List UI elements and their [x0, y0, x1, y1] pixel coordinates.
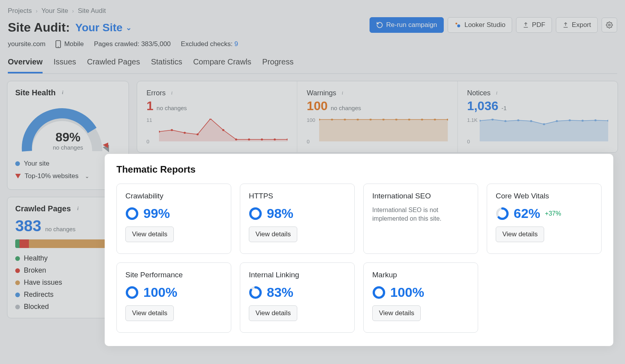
thematic-card-label: Markup — [372, 271, 469, 279]
svg-point-34 — [504, 120, 506, 122]
health-gauge: 89% no changes — [15, 104, 121, 155]
breadcrumb-site-audit[interactable]: Site Audit — [78, 7, 106, 15]
svg-point-15 — [248, 139, 250, 141]
device-label: Mobile — [64, 40, 84, 48]
svg-point-13 — [222, 129, 224, 131]
rerun-campaign-button[interactable]: Re-run campaign — [370, 17, 444, 33]
view-details-button[interactable]: View details — [372, 305, 421, 321]
thematic-card-label: Site Performance — [125, 271, 222, 279]
thematic-card: Site Performance 100%View details — [116, 262, 231, 333]
breadcrumb-your-site[interactable]: Your Site — [41, 7, 68, 15]
view-details-button[interactable]: View details — [125, 305, 174, 321]
health-delta: no changes — [15, 144, 121, 151]
thematic-card-label: HTTPS — [249, 192, 346, 200]
thematic-card-percent: 100% — [390, 285, 424, 300]
info-icon[interactable]: i — [59, 90, 66, 96]
chevron-right-icon: › — [72, 8, 74, 14]
thematic-card: Core Web Vitals 62%+37%View details — [487, 184, 602, 254]
thematic-reports-panel: Thematic Reports Crawlability 99%View de… — [105, 154, 613, 346]
crawled-pages-value: 383 — [15, 217, 41, 235]
view-details-button[interactable]: View details — [125, 227, 174, 242]
tab-progress[interactable]: Progress — [262, 57, 293, 73]
view-details-button[interactable]: View details — [496, 227, 544, 242]
excluded-count-link[interactable]: 9 — [234, 40, 238, 48]
looker-label: Looker Studio — [464, 21, 505, 29]
donut-icon — [496, 207, 509, 220]
tab-compare-crawls[interactable]: Compare Crawls — [193, 57, 251, 73]
crawled-pages-title: Crawled Pages — [15, 204, 71, 213]
breadcrumb: Projects › Your Site › Site Audit — [8, 7, 617, 15]
crawled-pages-delta: no changes — [45, 226, 76, 232]
svg-point-35 — [517, 120, 519, 121]
svg-point-9 — [171, 129, 173, 131]
thematic-card-percent: 100% — [143, 285, 177, 300]
tab-issues[interactable]: Issues — [54, 57, 76, 73]
refresh-icon — [376, 21, 383, 29]
dot-icon — [15, 161, 20, 166]
site-name: Your Site — [75, 21, 123, 34]
svg-point-37 — [543, 123, 545, 125]
thematic-title: Thematic Reports — [116, 164, 602, 175]
svg-point-0 — [455, 23, 457, 25]
looker-studio-button[interactable]: Looker Studio — [448, 17, 512, 33]
breadcrumb-projects[interactable]: Projects — [8, 7, 32, 15]
thematic-card-percent: 83% — [267, 285, 293, 300]
notices-column[interactable]: Noticesi 1,036-1 1.1K 0 — [458, 81, 618, 152]
info-icon[interactable]: i — [75, 206, 81, 212]
thematic-card-percent: 99% — [143, 206, 170, 221]
info-icon[interactable]: i — [169, 90, 175, 96]
svg-marker-31 — [480, 120, 608, 141]
export-label: Export — [572, 21, 591, 29]
thematic-card-percent: 62% — [514, 206, 540, 221]
gear-icon — [606, 21, 613, 29]
svg-point-44 — [127, 208, 137, 218]
page-stat-label: Redirects — [24, 291, 54, 299]
thematic-card: HTTPS 98%View details — [240, 184, 355, 254]
errors-column[interactable]: Errorsi 1no changes 11 0 — [137, 81, 297, 152]
svg-marker-19 — [319, 120, 448, 141]
upload-icon — [562, 22, 569, 28]
notices-value: 1,036 — [467, 99, 498, 113]
warnings-delta: no changes — [331, 105, 361, 111]
pdf-label: PDF — [532, 21, 545, 29]
svg-point-50 — [127, 287, 137, 297]
pdf-button[interactable]: PDF — [516, 17, 552, 33]
svg-point-40 — [581, 120, 583, 122]
thematic-card-label: International SEO — [372, 192, 469, 200]
errors-delta: no changes — [157, 105, 187, 111]
thematic-card-percent: 98% — [267, 206, 293, 221]
svg-point-16 — [261, 139, 263, 141]
warnings-column[interactable]: Warningsi 100no changes 100 0 — [297, 81, 457, 152]
chevron-down-icon: ⌄ — [126, 23, 132, 32]
page-stat-label: Have issues — [24, 278, 62, 287]
warnings-sparkline: 100 0 — [307, 117, 448, 145]
settings-button[interactable] — [602, 18, 617, 32]
rerun-label: Re-run campaign — [386, 21, 437, 29]
view-details-button[interactable]: View details — [249, 227, 297, 242]
site-selector[interactable]: Your Site ⌄ — [75, 21, 132, 34]
dot-icon — [15, 280, 20, 285]
tab-overview[interactable]: Overview — [8, 57, 43, 73]
thematic-card: Markup 100%View details — [363, 262, 478, 333]
donut-icon — [249, 286, 262, 299]
svg-point-1 — [457, 25, 460, 28]
svg-point-41 — [594, 120, 596, 121]
export-button[interactable]: Export — [556, 17, 598, 33]
thematic-card-delta: +37% — [545, 210, 561, 217]
svg-point-36 — [530, 120, 532, 122]
info-icon[interactable]: i — [339, 90, 346, 96]
triangle-down-icon — [15, 174, 21, 178]
health-percent: 89% — [15, 130, 121, 145]
dot-icon — [15, 293, 20, 297]
notices-sparkline: 1.1K 0 — [467, 117, 608, 145]
svg-point-39 — [568, 120, 570, 121]
site-health-title: Site Health — [15, 88, 55, 97]
donut-icon — [125, 207, 139, 220]
tab-statistics[interactable]: Statistics — [151, 57, 182, 73]
tab-crawled-pages[interactable]: Crawled Pages — [87, 57, 140, 73]
info-icon[interactable]: i — [494, 90, 500, 96]
view-details-button[interactable]: View details — [249, 305, 297, 321]
errors-sparkline: 11 0 — [146, 117, 288, 145]
errors-value: 1 — [146, 99, 154, 113]
mobile-icon — [55, 40, 61, 48]
